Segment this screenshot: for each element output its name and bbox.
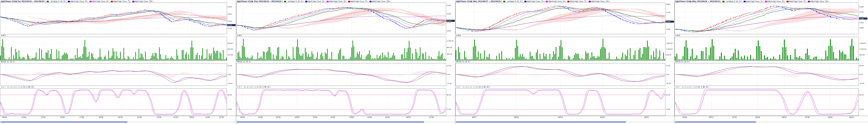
legend-swatch <box>327 1 329 2</box>
legend-item: 移動平均線( Close, 10 ) <box>68 0 88 3</box>
legend-swatch <box>284 1 286 2</box>
macd-chart[interactable]: 60.000.00-60.00 <box>675 63 868 86</box>
svg-text:19:30: 19:30 <box>276 117 280 118</box>
legend-item: 移動平均線( Close, 75 ) <box>111 0 131 3</box>
macd-chart[interactable]: 15.000.00-15.00 <box>236 63 455 86</box>
legend-label: 移動平均線( Close, 75 ) <box>570 0 587 3</box>
price-chart[interactable]: 9,8009,7009,6009,5009,4009,580 <box>675 3 868 34</box>
svg-text:9,520: 9,520 <box>228 24 232 26</box>
svg-text:200.00: 200.00 <box>227 54 233 56</box>
panel-header: 日経225mini 12月限 5分( 2012/04/18 → 2012/04/… <box>0 0 236 3</box>
svg-text:04/20: 04/20 <box>349 117 354 118</box>
svg-text:04/18: 04/18 <box>240 117 245 118</box>
svg-text:9,500: 9,500 <box>227 28 232 29</box>
panel-bottom <box>455 119 674 124</box>
scrollbar-track[interactable] <box>0 121 236 123</box>
svg-text:04/19: 04/19 <box>295 117 300 118</box>
svg-text:19:30: 19:30 <box>385 117 390 118</box>
svg-text:04/16: 04/16 <box>682 117 687 118</box>
svg-text:-15.00: -15.00 <box>447 82 452 84</box>
svg-text:10:30: 10:30 <box>805 117 809 118</box>
legend-item: 一目均衡表( 9, 26, 52 ) <box>47 0 66 3</box>
volume-chart[interactable]: 1,800.001,200.00600.00 <box>455 37 675 60</box>
stoch-section-label: スロー・ストキャスティクス( 14, 3, 80, 20 ) <box>236 86 455 89</box>
svg-text:19:30: 19:30 <box>331 117 335 118</box>
scrollbar-track[interactable] <box>237 121 455 123</box>
svg-text:60.00: 60.00 <box>860 65 864 67</box>
panel-bottom <box>236 119 455 124</box>
panel-header: 日経225mini 12月限 30分( 2012/04/17 → 2012/04… <box>455 0 674 3</box>
stoch-chart[interactable]: 80.0020.00 <box>675 89 868 116</box>
svg-text:04/23: 04/23 <box>189 117 194 118</box>
scrollbar-thumb[interactable] <box>237 122 424 122</box>
macd-chart[interactable]: 20.000.00-20.00 <box>0 63 236 86</box>
svg-text:35.00: 35.00 <box>666 65 670 67</box>
svg-text:9,540: 9,540 <box>447 20 452 22</box>
legend-swatch <box>132 1 134 2</box>
legend-item: 移動平均線( Close, 20 ) <box>89 0 110 3</box>
macd-chart[interactable]: 35.000.00-35.00 <box>455 63 675 86</box>
legend-label: 移動平均線( Close, 10 ) <box>70 0 88 3</box>
scrollbar-track[interactable] <box>456 121 674 123</box>
legend-swatch <box>722 1 724 2</box>
volume-chart[interactable]: 2,400.001,600.00800.00 <box>675 37 868 60</box>
stoch-chart[interactable]: 80.0020.00 <box>455 89 675 116</box>
svg-text:9,800: 9,800 <box>666 3 670 5</box>
volume-chart[interactable]: 1,200.00800.00400.00 <box>236 37 455 60</box>
macd-section-label: MACD( 12, 26, 9 ) <box>455 60 674 63</box>
svg-text:20.00: 20.00 <box>447 108 451 110</box>
legend-item: 移動平均線( Close, 150 ) <box>589 0 610 3</box>
legend-item: 移動平均線( Close, 20 ) <box>546 0 566 3</box>
price-chart[interactable]: 9,6509,6009,5509,5009,520 <box>0 3 236 34</box>
legend-swatch <box>348 1 350 2</box>
svg-text:12:30: 12:30 <box>219 117 224 118</box>
legend: 一目均衡表( 9, 26, 52 )移動平均線( Close, 10 )移動平均… <box>503 0 610 3</box>
svg-text:80.00: 80.00 <box>860 94 864 96</box>
legend-label: 移動平均線( Close, 10 ) <box>527 0 545 3</box>
svg-text:0.00: 0.00 <box>227 74 231 75</box>
legend-label: 移動平均線( Close, 150 ) <box>810 0 829 3</box>
svg-text:20.00: 20.00 <box>227 108 232 110</box>
svg-text:-35.00: -35.00 <box>666 82 671 84</box>
svg-text:14:40: 14:40 <box>60 117 65 118</box>
chart-title: 日経225mini 12月限 15分( 2012/04/18 → 2012/04… <box>237 0 283 3</box>
price-chart[interactable]: 9,6759,6009,5259,4509,540 <box>236 3 455 34</box>
svg-text:400.00: 400.00 <box>447 53 452 55</box>
legend-label: 一目均衡表( 9, 26, 52 ) <box>49 0 66 3</box>
svg-text:800.00: 800.00 <box>447 47 452 48</box>
svg-text:80.00: 80.00 <box>227 94 232 96</box>
macd-section-label: MACD( 12, 26, 9 ) <box>675 60 868 63</box>
price-chart[interactable]: 9,8009,7009,6009,5009,590 <box>455 3 675 34</box>
svg-text:04/23: 04/23 <box>849 117 854 118</box>
panel-bottom <box>675 119 868 124</box>
svg-text:04/23: 04/23 <box>644 117 649 118</box>
scrollbar-thumb[interactable] <box>456 122 626 122</box>
svg-text:2,400.00: 2,400.00 <box>860 42 866 44</box>
svg-text:9,550: 9,550 <box>227 20 232 22</box>
scrollbar-track[interactable] <box>675 121 868 123</box>
legend-label: 一目均衡表( 9, 26, 52 ) <box>725 0 742 3</box>
svg-text:12:00: 12:00 <box>429 117 434 118</box>
legend-swatch <box>370 1 372 2</box>
svg-text:01:20: 01:20 <box>174 117 178 118</box>
stoch-chart[interactable]: 80.0020.00 <box>236 89 455 116</box>
svg-text:9,600: 9,600 <box>227 13 232 15</box>
legend-swatch <box>68 1 70 2</box>
svg-text:1,200.00: 1,200.00 <box>447 40 454 42</box>
svg-text:20.00: 20.00 <box>666 108 670 110</box>
svg-text:04/18: 04/18 <box>755 117 760 118</box>
volume-section-label: 出来高 <box>236 34 455 37</box>
svg-text:17:00: 17:00 <box>80 117 84 118</box>
scrollbar-thumb[interactable] <box>675 122 756 122</box>
scrollbar-thumb[interactable] <box>1 122 127 122</box>
macd-section-label: MACD( 12, 26, 9 ) <box>236 60 455 63</box>
stoch-chart[interactable]: 80.0020.00 <box>0 89 236 116</box>
legend-swatch <box>808 1 810 2</box>
svg-text:04/17: 04/17 <box>472 117 476 118</box>
svg-text:80.00: 80.00 <box>666 94 670 96</box>
legend-item: 移動平均線( Close, 75 ) <box>567 0 587 3</box>
volume-chart[interactable]: 600.00400.00200.00 <box>0 37 236 60</box>
chart-panel-3: 日経225mini 12月限 30分( 2012/04/17 → 2012/04… <box>455 0 675 124</box>
svg-text:9,500: 9,500 <box>860 22 864 24</box>
time-axis: 04/1604/1710:3004/1804/1910:3004/2004/23 <box>675 116 868 119</box>
